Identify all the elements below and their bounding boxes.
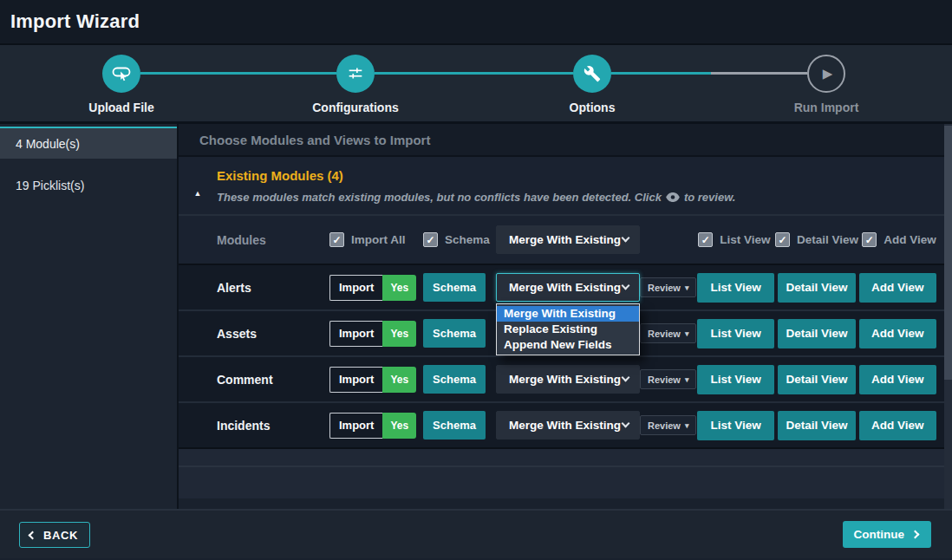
schema-button[interactable]: Schema bbox=[423, 319, 486, 348]
schema-checkbox-group[interactable]: ✓ Schema bbox=[423, 232, 490, 247]
scrollbar-thumb[interactable] bbox=[944, 126, 952, 380]
add-view-checkbox-group[interactable]: ✓ Add View bbox=[862, 232, 936, 247]
review-button[interactable]: Review ▾ bbox=[640, 277, 696, 297]
import-toggle-value[interactable]: Yes bbox=[382, 413, 416, 439]
schema-button[interactable]: Schema bbox=[423, 411, 486, 440]
wrench-icon bbox=[584, 65, 601, 82]
existing-modules-section: ▲ Existing Modules (4) These modules mat… bbox=[179, 157, 944, 214]
step-configurations[interactable]: Configurations bbox=[290, 45, 421, 114]
step-upload-file[interactable]: Upload File bbox=[56, 45, 186, 114]
step-circle: ▶ bbox=[807, 55, 845, 93]
merge-strategy-select[interactable]: Merge With Existing bbox=[496, 365, 640, 394]
detail-view-button[interactable]: Detail View bbox=[778, 319, 855, 348]
chevron-right-icon bbox=[911, 531, 920, 539]
import-toggle[interactable]: Import Yes bbox=[329, 275, 416, 301]
table-row-comment: Comment Import Yes Schema Merge With Exi… bbox=[179, 355, 944, 401]
main-panel-header: Choose Modules and Views to Import bbox=[179, 124, 944, 157]
sidebar-item-label: 4 Module(s) bbox=[16, 137, 80, 151]
chevron-left-icon bbox=[29, 531, 37, 539]
detail-view-checkbox-group[interactable]: ✓ Detail View bbox=[775, 232, 858, 247]
import-toggle-label[interactable]: Import bbox=[329, 321, 382, 347]
import-all-label: Import All bbox=[351, 233, 406, 246]
table-header-row: Modules ✓ Import All ✓ Schema Merge With bbox=[179, 214, 944, 264]
chevron-down-icon bbox=[622, 282, 630, 290]
detail-view-button[interactable]: Detail View bbox=[778, 365, 855, 394]
table-row-incidents: Incidents Import Yes Schema Merge With E… bbox=[179, 401, 944, 447]
dropdown-option-merge[interactable]: Merge With Existing bbox=[497, 306, 639, 322]
dropdown-option-replace[interactable]: Replace Existing bbox=[497, 322, 639, 337]
list-view-button[interactable]: List View bbox=[697, 319, 774, 348]
step-label: Upload File bbox=[56, 101, 186, 114]
import-all-checkbox-group[interactable]: ✓ Import All bbox=[329, 232, 406, 247]
scrollbar[interactable] bbox=[944, 124, 952, 509]
step-options[interactable]: Options bbox=[527, 45, 657, 114]
module-name: Incidents bbox=[179, 419, 329, 433]
list-view-checkbox-group[interactable]: ✓ List View bbox=[697, 232, 772, 247]
list-view-checkbox[interactable]: ✓ bbox=[698, 232, 713, 247]
review-button[interactable]: Review ▾ bbox=[640, 369, 696, 389]
click-button-icon bbox=[111, 63, 132, 84]
eye-icon bbox=[666, 192, 680, 202]
review-button[interactable]: Review ▾ bbox=[640, 415, 696, 435]
import-toggle[interactable]: Import Yes bbox=[329, 321, 416, 347]
section-subtitle: These modules match existing modules, bu… bbox=[217, 191, 735, 204]
add-view-button[interactable]: Add View bbox=[859, 365, 936, 394]
step-circle[interactable] bbox=[573, 55, 611, 93]
detail-view-checkbox[interactable]: ✓ bbox=[775, 232, 790, 247]
schema-label: Schema bbox=[445, 233, 490, 246]
empty-table-row bbox=[179, 466, 944, 498]
step-label: Options bbox=[527, 101, 657, 114]
caret-down-icon: ▾ bbox=[685, 375, 689, 384]
import-all-checkbox[interactable]: ✓ bbox=[329, 232, 344, 247]
back-button[interactable]: BACK bbox=[19, 522, 90, 548]
import-toggle-label[interactable]: Import bbox=[329, 275, 382, 301]
add-view-button[interactable]: Add View bbox=[859, 319, 936, 348]
empty-table-row bbox=[179, 447, 944, 466]
merge-strategy-select[interactable]: Merge With Existing bbox=[496, 273, 640, 302]
sidebar-item-label: 19 Picklist(s) bbox=[16, 179, 84, 192]
import-toggle[interactable]: Import Yes bbox=[329, 413, 416, 439]
content-area: 4 Module(s) 19 Picklist(s) Choose Module… bbox=[0, 124, 952, 509]
list-view-button[interactable]: List View bbox=[697, 273, 774, 303]
section-title: Existing Modules (4) bbox=[217, 168, 735, 183]
import-toggle-label[interactable]: Import bbox=[329, 367, 382, 393]
page-title: Import Wizard bbox=[10, 10, 140, 33]
step-run-import: ▶ Run Import bbox=[761, 45, 891, 114]
list-view-button[interactable]: List View bbox=[697, 365, 774, 394]
continue-button[interactable]: Continue bbox=[843, 521, 932, 548]
schema-button[interactable]: Schema bbox=[423, 273, 486, 302]
caret-down-icon: ▾ bbox=[685, 283, 689, 292]
schema-button[interactable]: Schema bbox=[423, 365, 486, 394]
window-titlebar: Import Wizard bbox=[0, 0, 952, 45]
sidebar-item-modules[interactable]: 4 Module(s) bbox=[0, 127, 177, 159]
caret-down-icon: ▾ bbox=[685, 329, 689, 338]
module-name: Assets bbox=[179, 327, 329, 341]
import-toggle-label[interactable]: Import bbox=[329, 413, 382, 439]
dropdown-option-append[interactable]: Append New Fields bbox=[497, 337, 639, 353]
import-toggle[interactable]: Import Yes bbox=[329, 367, 416, 393]
schema-checkbox[interactable]: ✓ bbox=[423, 232, 438, 247]
list-view-button[interactable]: List View bbox=[697, 411, 774, 440]
detail-view-button[interactable]: Detail View bbox=[778, 411, 855, 440]
import-toggle-value[interactable]: Yes bbox=[382, 321, 416, 347]
step-circle[interactable] bbox=[336, 55, 375, 93]
merge-strategy-select[interactable]: Merge With Existing bbox=[496, 411, 640, 440]
merge-strategy-select-all[interactable]: Merge With Existing bbox=[496, 225, 640, 254]
caret-down-icon: ▾ bbox=[685, 421, 689, 430]
import-toggle-value[interactable]: Yes bbox=[382, 275, 416, 301]
add-view-button[interactable]: Add View bbox=[859, 411, 936, 440]
sidebar-item-picklists[interactable]: 19 Picklist(s) bbox=[0, 169, 177, 201]
add-view-button[interactable]: Add View bbox=[859, 273, 936, 303]
add-view-checkbox[interactable]: ✓ bbox=[862, 232, 877, 247]
wizard-stepper: Upload File Configurations Options bbox=[0, 45, 952, 124]
import-toggle-value[interactable]: Yes bbox=[382, 367, 416, 393]
step-circle[interactable] bbox=[102, 55, 140, 93]
modules-column-label: Modules bbox=[179, 233, 329, 247]
collapse-arrow-icon[interactable]: ▲ bbox=[179, 168, 217, 204]
sliders-icon bbox=[346, 64, 365, 83]
review-button[interactable]: Review ▾ bbox=[640, 323, 696, 343]
step-label: Run Import bbox=[761, 101, 891, 114]
detail-view-button[interactable]: Detail View bbox=[778, 273, 855, 303]
add-view-label: Add View bbox=[884, 233, 936, 246]
main-panel: Choose Modules and Views to Import ▲ Exi… bbox=[179, 124, 952, 509]
